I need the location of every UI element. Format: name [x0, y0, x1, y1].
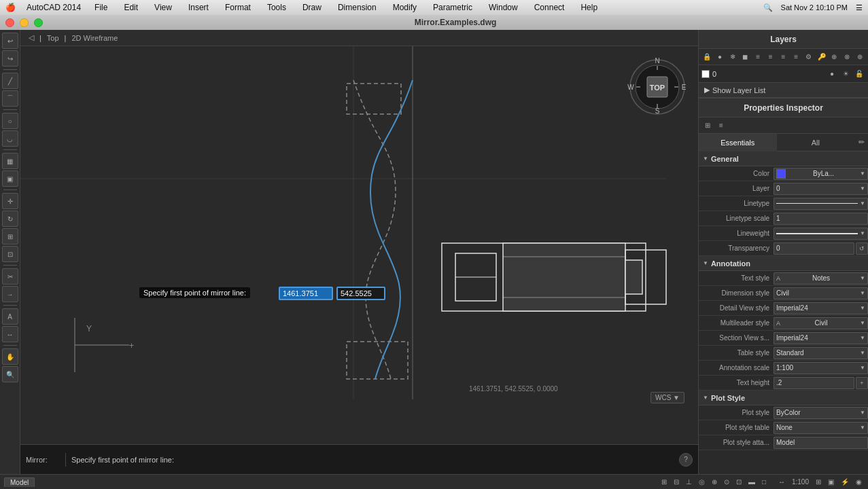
tool-extend[interactable]: →	[2, 286, 18, 302]
multileader-style-dropdown[interactable]: A Civil ▼	[774, 317, 868, 329]
polar-icon[interactable]: ◎	[697, 478, 707, 486]
zoom-realtime-icon[interactable]: ⊞	[814, 478, 823, 486]
plot-style-table-dropdown[interactable]: None ▼	[774, 422, 868, 434]
tool-mirror[interactable]: ⊡	[2, 246, 18, 262]
menu-window[interactable]: Window	[486, 3, 521, 12]
layer-row-freeze[interactable]: ☀	[839, 68, 852, 80]
viewport-mode[interactable]: 2D Wireframe	[69, 34, 120, 42]
maximize-button[interactable]	[34, 18, 43, 27]
table-style-dropdown[interactable]: Standard ▼	[774, 347, 868, 359]
tool-hatch[interactable]: ▦	[2, 153, 18, 169]
layer-lock-icon[interactable]: 🔒	[701, 51, 713, 63]
tool-move[interactable]: ✛	[2, 193, 18, 209]
ortho-icon[interactable]: ⊥	[684, 478, 694, 486]
tool-line[interactable]: ╱	[2, 73, 18, 89]
coord-input-x[interactable]: 1461.3751	[279, 287, 333, 300]
help-button[interactable]: ?	[679, 453, 693, 467]
detail-view-style-dropdown[interactable]: Imperial24 ▼	[774, 302, 868, 314]
plot-style-dropdown[interactable]: ByColor ▼	[774, 407, 868, 419]
menu-connect[interactable]: Connect	[532, 3, 568, 12]
annotation-section-header[interactable]: ▼ Annotation	[699, 256, 868, 271]
nav-back[interactable]: ◁	[26, 33, 37, 42]
layer-more-2[interactable]: ≡	[765, 51, 776, 63]
layer-more-9[interactable]: ⊕	[854, 51, 865, 63]
menu-tools[interactable]: Tools	[264, 3, 289, 12]
otrack-icon[interactable]: ⊙	[722, 478, 731, 486]
tool-scale[interactable]: ⊞	[2, 228, 18, 244]
layer-more-8[interactable]: ⊗	[841, 51, 853, 63]
layer-more-1[interactable]: ≡	[752, 51, 764, 63]
osnap-icon[interactable]: ⊕	[710, 478, 719, 486]
coord-input-y[interactable]: 542.5525	[336, 287, 385, 300]
general-section-header[interactable]: ▼ General	[699, 151, 868, 166]
text-height-increment-icon[interactable]: +	[856, 377, 868, 389]
layer-more-4[interactable]: ≡	[791, 51, 802, 63]
props-tool-1[interactable]: ⊞	[701, 120, 714, 132]
layer-more-3[interactable]: ≡	[778, 51, 789, 63]
minimize-button[interactable]	[20, 18, 29, 27]
lineweight-display-icon[interactable]: ▬	[746, 478, 757, 486]
viewport-top[interactable]: Top	[44, 34, 62, 42]
menu-file[interactable]: File	[92, 3, 110, 12]
canvas[interactable]: Y + 1461.3751, 542.5525, 0.0000 N S W E	[20, 46, 698, 444]
layer-row-lock[interactable]: 🔓	[853, 68, 865, 80]
color-dropdown[interactable]: ByLa... ▼	[774, 168, 868, 180]
layer-more-6[interactable]: 🔑	[816, 51, 827, 63]
apple-menu[interactable]: 🍎	[5, 3, 16, 12]
tool-fill[interactable]: ▣	[2, 170, 18, 187]
tool-undo[interactable]: ↩	[2, 33, 18, 49]
tool-redo[interactable]: ↪	[2, 50, 18, 67]
tab-essentials[interactable]: Essentials	[699, 134, 777, 151]
plot-style-section-header[interactable]: ▼ Plot Style	[699, 391, 868, 405]
linetype-scale-input[interactable]: 1	[774, 213, 868, 225]
close-button[interactable]	[5, 18, 14, 27]
isolate-icon[interactable]: ◉	[854, 478, 864, 486]
menu-dimension[interactable]: Dimension	[335, 3, 379, 12]
tmodel-icon[interactable]: □	[760, 478, 768, 486]
tab-all[interactable]: All	[777, 134, 855, 151]
layer-color-icon[interactable]: ◼	[740, 51, 751, 63]
layer-row-visible[interactable]: ●	[826, 68, 838, 80]
tool-pan[interactable]: ✋	[2, 348, 18, 365]
tool-trim[interactable]: ✂	[2, 268, 18, 285]
tool-dim[interactable]: ↔	[2, 326, 18, 342]
tool-arc[interactable]: ◡	[2, 130, 18, 147]
viewport-icon[interactable]: ▣	[826, 478, 836, 486]
menu-icon[interactable]: ☰	[856, 3, 863, 12]
transparency-reset-icon[interactable]: ↺	[856, 242, 868, 255]
transparency-input[interactable]: 0	[774, 242, 854, 255]
annotation-scale-dropdown[interactable]: 1:100 ▼	[774, 362, 868, 374]
menu-help[interactable]: Help	[578, 3, 600, 12]
menu-draw[interactable]: Draw	[300, 3, 324, 12]
hardware-accel-icon[interactable]: ⚡	[839, 478, 851, 486]
wcs-label[interactable]: WCS ▼	[650, 392, 684, 403]
tool-polyline[interactable]: ⌒	[2, 90, 18, 107]
section-view-style-dropdown[interactable]: Imperial24 ▼	[774, 332, 868, 344]
linetype-dropdown[interactable]: ▼	[774, 198, 868, 210]
menu-parametric[interactable]: Parametric	[430, 3, 475, 12]
dynin-icon[interactable]: ⊡	[734, 478, 744, 486]
menu-modify[interactable]: Modify	[390, 3, 419, 12]
dimension-style-dropdown[interactable]: Civil ▼	[774, 287, 868, 300]
menu-edit[interactable]: Edit	[121, 3, 141, 12]
layer-more-5[interactable]: ⚙	[803, 51, 815, 63]
anno-scale[interactable]: 1:100	[790, 478, 811, 486]
anno-visible-icon[interactable]: ↔	[776, 478, 787, 486]
tool-text[interactable]: A	[2, 308, 18, 325]
tool-rotate[interactable]: ↻	[2, 211, 18, 227]
show-layer-list-button[interactable]: ▶ Show Layer List	[699, 83, 868, 98]
snap-icon[interactable]: ⊞	[659, 478, 669, 486]
layer-visible-icon[interactable]: ●	[714, 51, 726, 63]
search-icon[interactable]: 🔍	[763, 3, 773, 12]
tool-circle[interactable]: ○	[2, 113, 18, 129]
grid-icon[interactable]: ⊟	[672, 478, 681, 486]
layer-freeze-icon[interactable]: ❄	[727, 51, 738, 63]
text-height-input[interactable]: .2	[774, 377, 854, 389]
menu-view[interactable]: View	[152, 3, 175, 12]
model-tab[interactable]: Model	[4, 477, 35, 487]
layer-dropdown[interactable]: 0 ▼	[774, 183, 868, 195]
props-tool-2[interactable]: ≡	[715, 120, 727, 132]
props-edit-icon[interactable]: ✏	[854, 138, 868, 147]
menu-insert[interactable]: Insert	[186, 3, 211, 12]
text-style-dropdown[interactable]: A Notes ▼	[774, 272, 868, 285]
